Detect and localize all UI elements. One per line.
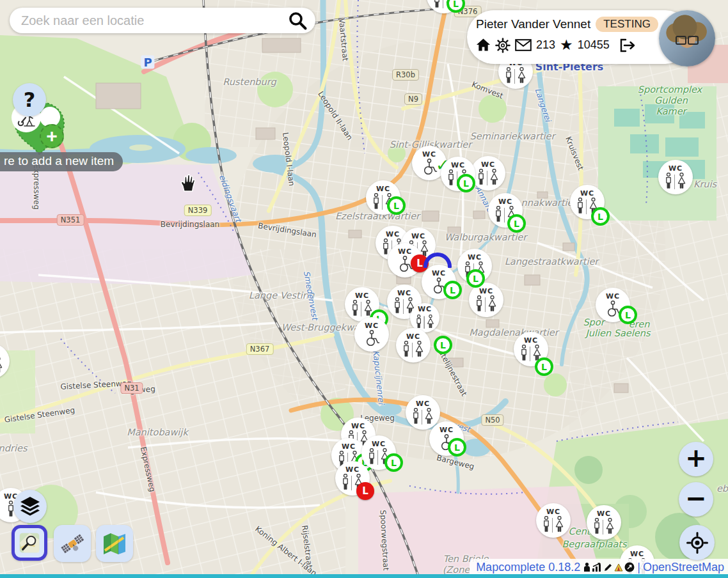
toilet-marker[interactable]: WCL bbox=[366, 180, 400, 215]
toilet-marker[interactable]: WC bbox=[469, 283, 503, 317]
openstreetmap-link[interactable]: OpenStreetMap bbox=[643, 561, 724, 574]
add-item-plus-button[interactable]: + bbox=[40, 124, 64, 148]
wc-label: WC bbox=[398, 248, 412, 255]
basemap-map-button[interactable] bbox=[96, 525, 133, 562]
open-clock-badge: L bbox=[443, 281, 462, 299]
marker-circle: WC bbox=[354, 317, 389, 352]
wc-label: WC bbox=[597, 510, 611, 517]
wc-label: WC bbox=[432, 270, 446, 277]
toilet-marker[interactable]: WC bbox=[587, 505, 621, 540]
toilet-marker[interactable]: WC bbox=[0, 344, 10, 379]
map-label: Manitobawijk bbox=[127, 427, 188, 437]
map-label: Smedenvest bbox=[302, 270, 320, 320]
zoom-in-button[interactable]: + bbox=[679, 442, 713, 476]
toilet-marker[interactable]: WCL bbox=[427, 0, 461, 13]
star-icon[interactable]: ★ bbox=[560, 36, 573, 54]
toilet-marker[interactable]: WCL bbox=[457, 249, 492, 283]
open-clock-badge: L bbox=[384, 453, 403, 472]
road-ref-badge: N351 bbox=[57, 214, 84, 226]
zoom-out-button[interactable]: − bbox=[679, 482, 713, 517]
toilet-marker[interactable]: WCL bbox=[441, 157, 475, 191]
pair-icon bbox=[665, 173, 687, 189]
wheelchair-icon bbox=[363, 330, 381, 347]
map-label: (Zone bbox=[443, 565, 470, 575]
toilet-marker[interactable]: WCL bbox=[514, 332, 548, 366]
wc-label: WC bbox=[406, 333, 420, 340]
map-label: Sportcomplex bbox=[638, 84, 702, 95]
map-label: Spoorwegstraat bbox=[379, 510, 391, 571]
wc-label: WC bbox=[422, 151, 436, 158]
road-ref-badge: N9 bbox=[404, 93, 422, 105]
mapcomplete-version-link[interactable]: Mapcomplete 0.18.2 bbox=[476, 561, 580, 574]
help-button[interactable]: ? bbox=[13, 83, 46, 116]
bottom-accent-bar bbox=[0, 574, 728, 578]
map-label: Gulden bbox=[654, 95, 688, 105]
pair-icon bbox=[415, 315, 434, 329]
basemap-osm-button[interactable] bbox=[12, 525, 47, 561]
toilet-marker[interactable]: WC bbox=[658, 160, 693, 194]
toilet-marker[interactable]: WC bbox=[471, 156, 505, 191]
open-clock-badge: L bbox=[434, 336, 452, 354]
layers-button[interactable] bbox=[13, 490, 47, 523]
compass-icon[interactable] bbox=[624, 562, 635, 572]
avatar[interactable] bbox=[659, 10, 715, 66]
road-ref-badge: N367 bbox=[246, 343, 274, 355]
marker-circle: WC bbox=[471, 156, 505, 191]
toilet-marker[interactable]: WC bbox=[396, 328, 431, 363]
add-item-tooltip: re to add a new item bbox=[0, 152, 123, 171]
pair-icon bbox=[402, 341, 425, 357]
pair-icon bbox=[351, 300, 374, 316]
toilet-marker[interactable]: WCL bbox=[388, 243, 422, 277]
map-label: Begraafplaats bbox=[562, 539, 626, 549]
search-input[interactable] bbox=[20, 13, 286, 29]
wc-label: WC bbox=[397, 290, 411, 297]
statistics-icon[interactable] bbox=[583, 562, 591, 572]
basemap-satellite-button[interactable] bbox=[54, 525, 91, 562]
map-label: Lange Vesting bbox=[249, 290, 314, 301]
gear-icon[interactable] bbox=[495, 38, 510, 53]
toilet-marker[interactable]: WC bbox=[536, 503, 571, 538]
map-label: eb bbox=[716, 483, 728, 494]
pencil-icon[interactable] bbox=[603, 563, 613, 572]
toilet-marker[interactable]: WCL bbox=[429, 421, 464, 456]
search-icon[interactable] bbox=[286, 9, 309, 32]
toilet-marker[interactable]: WCL bbox=[570, 185, 605, 219]
wc-label: WC bbox=[416, 400, 430, 407]
home-icon[interactable] bbox=[476, 38, 491, 52]
map-label: Gistelse Steenweg bbox=[4, 405, 75, 424]
open-clock-badge: L bbox=[466, 269, 485, 288]
marker-circle: WC bbox=[658, 160, 693, 194]
attribution-separator: | bbox=[637, 561, 640, 574]
messages-count: 213 bbox=[536, 38, 555, 52]
open-clock-badge: L bbox=[591, 207, 610, 226]
map-label: Koning Albert I-laan bbox=[253, 524, 319, 578]
toilet-marker[interactable]: WCL bbox=[596, 288, 630, 322]
map-label: Legeweg bbox=[121, 384, 156, 396]
geolocate-button[interactable] bbox=[679, 525, 715, 560]
open-clock-badge: L bbox=[457, 174, 475, 192]
map-overlays: Brugge-Sint-PietersRustenburgSint-Gillis… bbox=[0, 0, 728, 578]
wc-label: WC bbox=[411, 233, 425, 240]
marker-circle: WC bbox=[0, 344, 10, 379]
crosshair-icon bbox=[686, 532, 708, 554]
messages-icon[interactable] bbox=[515, 39, 532, 51]
road-ref-badge: N339 bbox=[184, 205, 212, 216]
toilet-marker[interactable]: WCL bbox=[335, 461, 370, 496]
josm-icon[interactable] bbox=[613, 563, 624, 572]
toilet-marker[interactable]: WCL bbox=[488, 193, 523, 228]
map-label: Leopold I-laan bbox=[281, 132, 296, 187]
map-label: Leopold II-laan bbox=[316, 90, 354, 141]
blue-arc-marker[interactable] bbox=[423, 251, 452, 270]
testing-badge: TESTING bbox=[596, 17, 658, 32]
map-label: Bevrijdingslaan bbox=[257, 221, 317, 239]
wc-label: WC bbox=[630, 551, 644, 558]
map-label: Gistelse Steenweg bbox=[60, 379, 132, 391]
wc-label: WC bbox=[351, 423, 365, 430]
logout-icon[interactable] bbox=[619, 38, 635, 52]
toilet-marker[interactable]: WC bbox=[354, 317, 389, 352]
chart-icon[interactable] bbox=[592, 563, 603, 572]
folded-map-icon bbox=[102, 531, 127, 556]
toilet-marker[interactable]: WCL bbox=[345, 287, 379, 322]
map-label: nnakwartier bbox=[521, 198, 577, 208]
marker-circle: WC bbox=[587, 505, 621, 540]
